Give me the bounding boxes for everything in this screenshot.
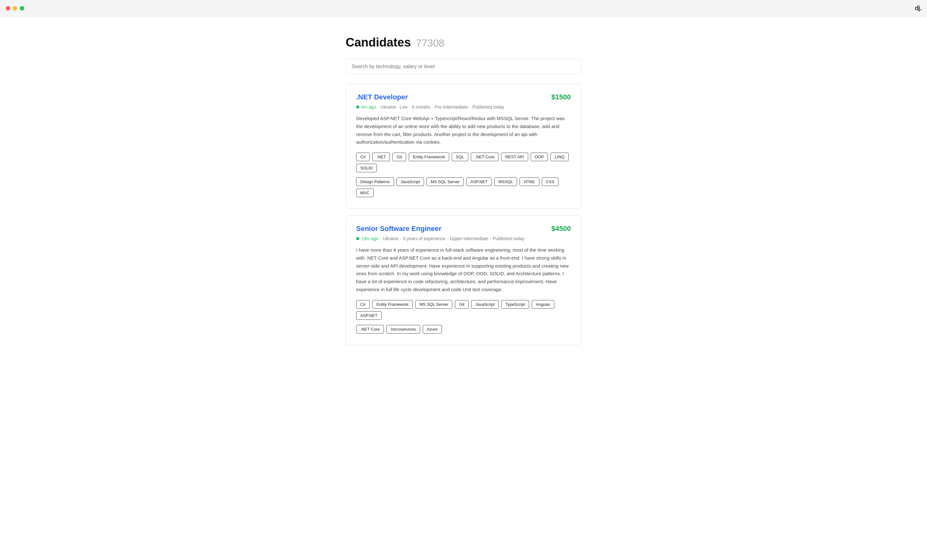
tag[interactable]: JavaScript (397, 178, 424, 186)
separator: · (409, 105, 410, 109)
tag[interactable]: microservices (386, 325, 420, 334)
tag[interactable]: SQL (452, 153, 468, 161)
maximize-button[interactable] (20, 6, 24, 11)
tag[interactable]: ASP.NET (467, 178, 492, 186)
traffic-lights (6, 6, 24, 11)
tag[interactable]: CSS (542, 178, 559, 186)
page-title: Candidates (346, 36, 411, 49)
app-logo: dj. (915, 5, 921, 12)
salary: $1500 (552, 93, 571, 101)
tag[interactable]: REST API (501, 153, 528, 161)
candidate-title[interactable]: Senior Software Engineer (356, 225, 442, 233)
tag[interactable]: .NET Core (471, 153, 498, 161)
location: Ukraine (383, 236, 398, 241)
tag[interactable]: MVC (356, 188, 374, 197)
candidate-card: .NET Developer $1500 4m ago · Ukraine · … (346, 84, 581, 209)
close-button[interactable] (6, 6, 10, 11)
candidate-card: Senior Software Engineer $4500 19m ago ·… (346, 216, 581, 345)
online-indicator (356, 237, 359, 240)
tag[interactable]: C# (356, 153, 370, 161)
separator: · (380, 236, 381, 241)
tag[interactable]: Entity Framework (409, 153, 449, 161)
candidates-list: .NET Developer $1500 4m ago · Ukraine · … (346, 84, 581, 345)
tag[interactable]: Git (392, 153, 406, 161)
level: Pre-Intermediate (435, 105, 468, 109)
tags-container: C# Entity Framework MS SQL Server Git Ja… (356, 300, 571, 336)
tag[interactable]: Entity Framework (372, 300, 413, 309)
tags-row-2: .NET Core microservices Azure (356, 325, 442, 334)
experience: 6 months (412, 105, 430, 109)
time-ago: 4m ago (361, 105, 376, 109)
meta-info: 4m ago · Ukraine · Lviv · 6 months · Pre… (356, 105, 571, 109)
tag[interactable]: OOP (531, 153, 548, 161)
time-ago: 19m ago (361, 236, 378, 241)
tag[interactable]: ASP.NET (356, 311, 381, 320)
separator: · (490, 236, 491, 241)
separator: · (378, 105, 379, 109)
level: Upper-Intermediate (450, 236, 488, 241)
candidate-title[interactable]: .NET Developer (356, 93, 408, 101)
minimize-button[interactable] (13, 6, 17, 11)
separator: · (432, 105, 433, 109)
tag[interactable]: LINQ (550, 153, 568, 161)
search-input[interactable] (346, 59, 581, 74)
tag[interactable]: TypeScript (501, 300, 529, 309)
tag[interactable]: MS SQL Server (427, 178, 464, 186)
separator: · (400, 236, 401, 241)
tag[interactable]: SOLID (356, 164, 377, 172)
main-content: Candidates 77308 .NET Developer $1500 4m… (339, 17, 588, 364)
tag[interactable]: C# (356, 300, 370, 309)
candidate-description: Developed ASP.NET Core WebApi + Typescri… (356, 115, 571, 146)
published: Published today (473, 105, 504, 109)
separator: · (470, 105, 471, 109)
tag[interactable]: Azure (423, 325, 442, 334)
tags-row-1: C# Entity Framework MS SQL Server Git Ja… (356, 300, 571, 320)
tag[interactable]: MS SQL Server (415, 300, 453, 309)
title-bar: dj. (0, 0, 927, 17)
tag[interactable]: HTML (520, 178, 539, 186)
search-container (346, 59, 581, 74)
tag[interactable]: MSSQL (494, 178, 517, 186)
card-header: Senior Software Engineer $4500 (356, 225, 571, 233)
tag[interactable]: Design Patterns (356, 178, 394, 186)
card-header: .NET Developer $1500 (356, 93, 571, 101)
tag[interactable]: .NET (372, 153, 390, 161)
tags-row-1: C# .NET Git Entity Framework SQL .NET Co… (356, 153, 571, 172)
meta-info: 19m ago · Ukraine · 3 years of experienc… (356, 236, 571, 241)
candidates-count: 77308 (416, 37, 444, 49)
tag[interactable]: Angular (532, 300, 554, 309)
online-indicator (356, 105, 359, 109)
separator: · (447, 236, 448, 241)
tags-container: C# .NET Git Entity Framework SQL .NET Co… (356, 153, 571, 200)
page-header: Candidates 77308 (346, 36, 581, 49)
tag[interactable]: .NET Core (356, 325, 384, 334)
salary: $4500 (552, 225, 571, 233)
experience: 3 years of experience (403, 236, 446, 241)
location: Ukraine · Lviv (381, 105, 408, 109)
candidate-description: I have more than 4 years of experience i… (356, 246, 571, 294)
published: Published today (493, 236, 525, 241)
tags-row-2: Design Patterns JavaScript MS SQL Server… (356, 178, 571, 197)
tag[interactable]: Git (455, 300, 469, 309)
tag[interactable]: JavaScript (471, 300, 499, 309)
